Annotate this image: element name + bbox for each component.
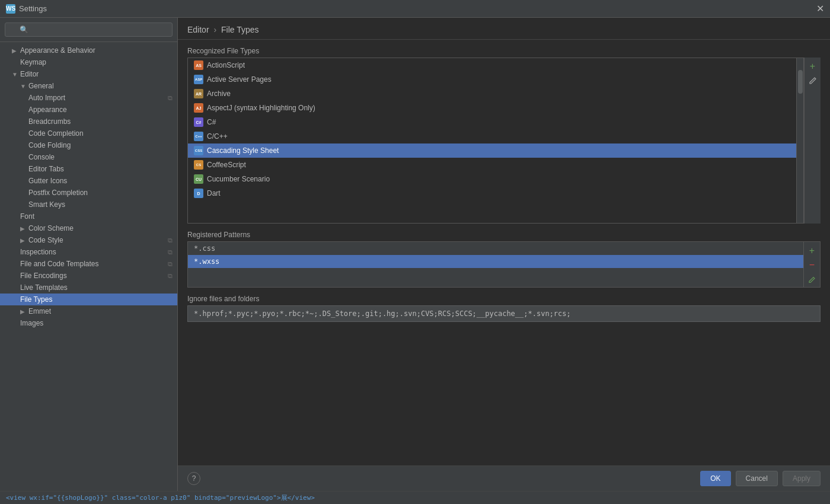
- file-type-icon: CU: [194, 174, 203, 184]
- ignore-files-label: Ignore files and folders: [187, 295, 821, 303]
- sidebar-item-emmet[interactable]: ▶ Emmet: [0, 305, 177, 317]
- file-type-name: ActionScript: [207, 61, 245, 69]
- sidebar-item-breadcrumbs[interactable]: Breadcrumbs: [0, 116, 177, 127]
- sidebar-item-color-scheme[interactable]: ▶ Color Scheme: [0, 222, 177, 234]
- sidebar-item-auto-import[interactable]: Auto Import ⧉: [0, 92, 177, 104]
- file-type-icon: AJ: [194, 103, 203, 113]
- arrow-icon: ▶: [20, 225, 26, 232]
- file-types-side-buttons: +: [804, 58, 821, 224]
- pattern-item-wxss[interactable]: *.wxss: [188, 255, 803, 268]
- sidebar-item-code-style[interactable]: ▶ Code Style ⧉: [0, 234, 177, 246]
- file-type-icon: CSS: [194, 146, 203, 155]
- sidebar-item-label: Console: [28, 153, 55, 161]
- file-list-item-archive[interactable]: AR Archive: [188, 87, 796, 101]
- sidebar-item-label: Breadcrumbs: [28, 117, 71, 126]
- breadcrumb-part-1: Editor: [187, 25, 209, 34]
- sidebar-item-console[interactable]: Console: [0, 151, 177, 163]
- search-box: 🔍: [0, 18, 177, 42]
- remove-pattern-button[interactable]: −: [806, 259, 819, 272]
- sidebar-item-label: Keymap: [20, 58, 46, 66]
- sidebar-item-label: Font: [20, 212, 34, 221]
- sidebar-item-code-completion[interactable]: Code Completion: [0, 127, 177, 139]
- sidebar-item-label: Images: [20, 319, 43, 327]
- sidebar-tree: ▶ Appearance & Behavior Keymap ▼ Editor …: [0, 42, 177, 491]
- bottom-bar: ? OK Cancel Apply: [178, 465, 830, 491]
- apply-button[interactable]: Apply: [783, 471, 821, 486]
- sidebar-item-code-folding[interactable]: Code Folding: [0, 139, 177, 151]
- file-list-item-asp[interactable]: ASP Active Server Pages: [188, 72, 796, 87]
- sidebar-item-label: Editor: [20, 70, 39, 78]
- sidebar-item-label: Gutter Icons: [28, 177, 67, 185]
- sidebar-item-file-encodings[interactable]: File Encodings ⧉: [0, 270, 177, 282]
- sidebar-item-font[interactable]: Font: [0, 210, 177, 222]
- sidebar-item-keymap[interactable]: Keymap: [0, 56, 177, 68]
- content-area: Editor › File Types Recognized File Type…: [178, 18, 830, 491]
- file-list-item-css[interactable]: CSS Cascading Style Sheet: [188, 143, 796, 158]
- sidebar-item-smart-keys[interactable]: Smart Keys: [0, 199, 177, 210]
- sidebar-item-general[interactable]: ▼ General: [0, 80, 177, 92]
- pattern-item-css[interactable]: *.css: [188, 242, 803, 255]
- ignore-files-input[interactable]: [187, 305, 821, 322]
- sidebar-item-images[interactable]: Images: [0, 317, 177, 329]
- sidebar-item-label: Code Completion: [28, 129, 84, 138]
- app-icon: WS: [6, 4, 15, 14]
- sidebar-item-label: Emmet: [28, 307, 51, 315]
- sidebar-item-appearance-behavior[interactable]: ▶ Appearance & Behavior: [0, 44, 177, 56]
- title-bar-left: WS Settings: [6, 4, 47, 14]
- recognized-file-types-label: Recognized File Types: [187, 47, 821, 55]
- sidebar-item-label: Postfix Completion: [28, 189, 88, 197]
- file-list-item-cucumber[interactable]: CU Cucumber Scenario: [188, 172, 796, 186]
- sidebar-item-label: Code Folding: [28, 141, 71, 149]
- sidebar-item-live-templates[interactable]: Live Templates: [0, 282, 177, 294]
- bottom-left: ?: [187, 472, 200, 485]
- help-button[interactable]: ?: [187, 472, 200, 485]
- sidebar-item-label: Editor Tabs: [28, 165, 64, 173]
- file-types-with-scroll: AS ActionScript ASP Active Server Pages …: [187, 58, 804, 224]
- scrollbar-thumb[interactable]: [798, 70, 803, 94]
- bottom-right: OK Cancel Apply: [700, 471, 821, 486]
- sidebar-item-label: File and Code Templates: [20, 260, 99, 268]
- edit-file-type-button[interactable]: [806, 74, 819, 87]
- sidebar-item-editor-tabs[interactable]: Editor Tabs: [0, 163, 177, 175]
- copy-icon: ⧉: [168, 260, 173, 268]
- breadcrumb-separator: ›: [213, 25, 216, 34]
- search-input[interactable]: [5, 23, 173, 37]
- sidebar-item-postfix-completion[interactable]: Postfix Completion: [0, 187, 177, 199]
- add-pattern-button[interactable]: +: [806, 244, 819, 257]
- patterns-side-buttons: + −: [803, 242, 820, 287]
- sidebar-item-file-code-templates[interactable]: File and Code Templates ⧉: [0, 258, 177, 270]
- file-list-item-dart[interactable]: D Dart: [188, 186, 796, 200]
- content-main: Recognized File Types AS ActionScript AS…: [178, 40, 830, 465]
- sidebar-item-file-types[interactable]: File Types: [0, 294, 177, 305]
- sidebar-item-label: Appearance: [28, 106, 67, 114]
- add-file-type-button[interactable]: +: [806, 60, 819, 73]
- file-type-icon: AS: [194, 60, 203, 70]
- window-title: Settings: [19, 4, 47, 13]
- status-bar-text: <view wx:if="{{shopLogo}}" class="color-…: [6, 493, 315, 502]
- edit-pattern-button[interactable]: [806, 273, 819, 286]
- file-list-item-cpp[interactable]: C++ C/C++: [188, 129, 796, 143]
- file-list-item-coffeescript[interactable]: CS CoffeeScript: [188, 158, 796, 172]
- registered-patterns-section: Registered Patterns *.css *.wxss + −: [187, 231, 821, 288]
- file-list-item-aspectj[interactable]: AJ AspectJ (syntax Highlighting Only): [188, 101, 796, 115]
- file-list-item-csharp[interactable]: C# C#: [188, 115, 796, 129]
- status-bar: <view wx:if="{{shopLogo}}" class="color-…: [0, 491, 830, 504]
- copy-icon: ⧉: [168, 248, 173, 256]
- sidebar-item-inspections[interactable]: Inspections ⧉: [0, 246, 177, 258]
- sidebar-item-label: Color Scheme: [28, 224, 74, 232]
- sidebar-item-editor[interactable]: ▼ Editor: [0, 68, 177, 80]
- registered-patterns-label: Registered Patterns: [187, 231, 821, 239]
- breadcrumb-part-2: File Types: [221, 25, 259, 34]
- search-wrapper: 🔍: [5, 23, 173, 37]
- sidebar-item-appearance[interactable]: Appearance: [0, 104, 177, 116]
- arrow-icon: ▼: [20, 83, 26, 90]
- sidebar-item-label: Appearance & Behavior: [20, 46, 95, 55]
- ok-button[interactable]: OK: [700, 471, 730, 486]
- sidebar-item-label: Smart Keys: [28, 200, 65, 209]
- file-type-name: Cascading Style Sheet: [207, 146, 279, 155]
- sidebar-item-gutter-icons[interactable]: Gutter Icons: [0, 175, 177, 187]
- file-list-scrollbar[interactable]: [796, 58, 803, 223]
- close-button[interactable]: ✕: [816, 4, 824, 14]
- file-list-item-actionscript[interactable]: AS ActionScript: [188, 58, 796, 72]
- cancel-button[interactable]: Cancel: [736, 471, 778, 486]
